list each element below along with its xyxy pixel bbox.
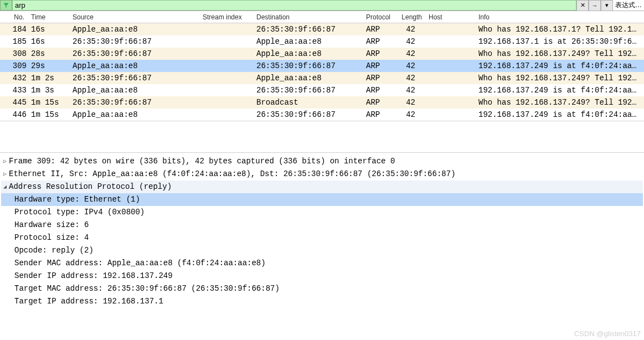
cell-source: 26:35:30:9f:66:87 <box>69 98 199 107</box>
filter-expression-button[interactable]: 表达式… <box>613 1 644 10</box>
cell-protocol: ARP <box>363 98 393 107</box>
detail-text: Target IP address: 192.168.137.1 <box>14 295 163 308</box>
packet-row[interactable]: 4321m 2s26:35:30:9f:66:87Apple_aa:aa:e8A… <box>0 72 644 84</box>
collapse-icon[interactable]: ◢ <box>1 181 9 193</box>
cell-source: 26:35:30:9f:66:87 <box>69 74 199 83</box>
cell-time: 1m 2s <box>28 74 69 83</box>
cell-time: 28s <box>28 49 69 58</box>
detail-frame[interactable]: ▷Frame 309: 42 bytes on wire (336 bits),… <box>1 155 643 168</box>
cell-destination: Apple_aa:aa:e8 <box>253 74 363 83</box>
detail-arp-hwtype[interactable]: Hardware type: Ethernet (1) <box>1 193 643 206</box>
cell-source: Apple_aa:aa:e8 <box>69 25 199 34</box>
display-filter-input[interactable] <box>12 0 576 11</box>
cell-destination: 26:35:30:9f:66:87 <box>253 61 363 70</box>
expand-icon[interactable]: ▷ <box>1 168 9 181</box>
col-header-source[interactable]: Source <box>69 13 199 21</box>
cell-length: 42 <box>393 98 425 107</box>
packet-row[interactable]: 4331m 3sApple_aa:aa:e826:35:30:9f:66:87A… <box>0 84 644 96</box>
detail-text: Hardware type: Ethernet (1) <box>14 193 140 206</box>
display-filter-bar: ✕ → ▾ 表达式… <box>0 0 644 11</box>
detail-arp-prsize[interactable]: Protocol size: 4 <box>1 231 643 244</box>
detail-arp-target-mac[interactable]: Target MAC address: 26:35:30:9f:66:87 (2… <box>1 282 643 295</box>
cell-no: 445 <box>0 98 28 107</box>
col-header-dest[interactable]: Destination <box>253 13 363 21</box>
cell-destination: 26:35:30:9f:66:87 <box>253 25 363 34</box>
packet-row[interactable]: 30828s26:35:30:9f:66:87Apple_aa:aa:e8ARP… <box>0 48 644 60</box>
cell-time: 29s <box>28 61 69 70</box>
cell-destination: 26:35:30:9f:66:87 <box>253 110 363 119</box>
packet-list-header: No. Time Source Stream index Destination… <box>0 11 644 23</box>
pane-splitter[interactable] <box>0 121 644 153</box>
cell-protocol: ARP <box>363 110 393 119</box>
cell-source: Apple_aa:aa:e8 <box>69 61 199 70</box>
packet-details-pane[interactable]: ▷Frame 309: 42 bytes on wire (336 bits),… <box>0 153 644 308</box>
detail-text: Address Resolution Protocol (reply) <box>9 181 172 193</box>
cell-source: Apple_aa:aa:e8 <box>69 110 199 119</box>
watermark: CSDN @glisten0317 <box>574 329 641 338</box>
cell-destination: Apple_aa:aa:e8 <box>253 37 363 46</box>
detail-text: Hardware size: 6 <box>14 219 89 231</box>
cell-protocol: ARP <box>363 37 393 46</box>
packet-row[interactable]: 4451m 15s26:35:30:9f:66:87BroadcastARP42… <box>0 96 644 109</box>
detail-arp[interactable]: ◢Address Resolution Protocol (reply) <box>1 181 643 193</box>
cell-length: 42 <box>393 86 425 95</box>
detail-arp-target-ip[interactable]: Target IP address: 192.168.137.1 <box>1 295 643 308</box>
cell-protocol: ARP <box>363 74 393 83</box>
detail-arp-sender-mac[interactable]: Sender MAC address: Apple_aa:aa:e8 (f4:0… <box>1 257 643 270</box>
cell-no: 446 <box>0 110 28 119</box>
cell-time: 16s <box>28 25 69 34</box>
cell-destination: Broadcast <box>253 98 363 107</box>
col-header-host[interactable]: Host <box>425 13 475 21</box>
detail-arp-sender-ip[interactable]: Sender IP address: 192.168.137.249 <box>1 270 643 282</box>
col-header-length[interactable]: Length <box>393 13 425 21</box>
filter-clear-button[interactable]: ✕ <box>576 0 589 11</box>
cell-length: 42 <box>393 49 425 58</box>
cell-source: Apple_aa:aa:e8 <box>69 86 199 95</box>
cell-no: 433 <box>0 86 28 95</box>
col-header-time[interactable]: Time <box>28 13 69 21</box>
cell-length: 42 <box>393 110 425 119</box>
detail-ethernet[interactable]: ▷Ethernet II, Src: Apple_aa:aa:e8 (f4:0f… <box>1 168 643 181</box>
cell-no: 309 <box>0 61 28 70</box>
packet-list[interactable]: 18416sApple_aa:aa:e826:35:30:9f:66:87ARP… <box>0 23 644 121</box>
cell-source: 26:35:30:9f:66:87 <box>69 37 199 46</box>
detail-text: Frame 309: 42 bytes on wire (336 bits), … <box>9 155 395 168</box>
col-header-info[interactable]: Info <box>475 13 644 21</box>
col-header-no[interactable]: No. <box>0 13 28 21</box>
filter-icon <box>3 2 9 9</box>
cell-info: Who has 192.168.137.249? Tell 192… <box>475 74 644 83</box>
cell-length: 42 <box>393 74 425 83</box>
cell-info: 192.168.137.249 is at f4:0f:24:aa… <box>475 86 644 95</box>
cell-destination: 26:35:30:9f:66:87 <box>253 86 363 95</box>
col-header-protocol[interactable]: Protocol <box>363 13 393 21</box>
detail-text: Protocol type: IPv4 (0x0800) <box>14 206 145 219</box>
detail-arp-opcode[interactable]: Opcode: reply (2) <box>1 244 643 257</box>
filter-history-dropdown[interactable]: ▾ <box>601 0 613 11</box>
detail-arp-prtype[interactable]: Protocol type: IPv4 (0x0800) <box>1 206 643 219</box>
cell-no: 432 <box>0 74 28 83</box>
detail-arp-hwsize[interactable]: Hardware size: 6 <box>1 219 643 231</box>
cell-time: 16s <box>28 37 69 46</box>
detail-text: Opcode: reply (2) <box>14 244 94 257</box>
cell-protocol: ARP <box>363 61 393 70</box>
filter-bookmark-button[interactable] <box>0 0 12 11</box>
cell-protocol: ARP <box>363 49 393 58</box>
cell-destination: Apple_aa:aa:e8 <box>253 49 363 58</box>
detail-text: Sender MAC address: Apple_aa:aa:e8 (f4:0… <box>14 257 266 270</box>
cell-length: 42 <box>393 25 425 34</box>
cell-info: 192.168.137.249 is at f4:0f:24:aa… <box>475 61 644 70</box>
cell-info: Who has 192.168.137.249? Tell 192… <box>475 49 644 58</box>
filter-apply-button[interactable]: → <box>589 0 601 11</box>
cell-protocol: ARP <box>363 86 393 95</box>
cell-no: 185 <box>0 37 28 46</box>
packet-row[interactable]: 4461m 15sApple_aa:aa:e826:35:30:9f:66:87… <box>0 109 644 121</box>
cell-time: 1m 15s <box>28 98 69 107</box>
packet-row[interactable]: 18516s26:35:30:9f:66:87Apple_aa:aa:e8ARP… <box>0 35 644 48</box>
col-header-stream[interactable]: Stream index <box>199 13 253 21</box>
cell-info: Who has 192.168.137.249? Tell 192… <box>475 98 644 107</box>
cell-length: 42 <box>393 61 425 70</box>
packet-row[interactable]: 18416sApple_aa:aa:e826:35:30:9f:66:87ARP… <box>0 23 644 35</box>
packet-row[interactable]: 30929sApple_aa:aa:e826:35:30:9f:66:87ARP… <box>0 60 644 72</box>
cell-no: 308 <box>0 49 28 58</box>
expand-icon[interactable]: ▷ <box>1 155 9 168</box>
